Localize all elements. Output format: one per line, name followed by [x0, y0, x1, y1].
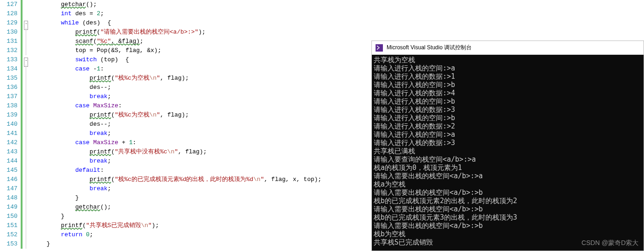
- change-marker: [21, 37, 23, 46]
- console-title: Microsoft Visual Studio 调试控制台: [387, 44, 472, 52]
- fold-cell: [23, 0, 30, 9]
- fold-column[interactable]: [23, 0, 30, 251]
- change-marker: [21, 92, 23, 101]
- line-number: 138: [0, 101, 17, 111]
- change-marker: [21, 184, 23, 193]
- code-line[interactable]: printf("请输入需要出栈的栈空间<a/b>:>");: [32, 28, 644, 37]
- change-marker: [21, 28, 23, 37]
- fold-cell: [23, 83, 30, 92]
- line-number: 131: [0, 37, 17, 46]
- line-number: 148: [0, 193, 17, 203]
- fold-cell: [23, 28, 30, 37]
- line-number: 134: [0, 64, 17, 74]
- fold-cell: [23, 46, 30, 55]
- line-number: 135: [0, 74, 17, 83]
- line-number: 143: [0, 147, 17, 157]
- change-marker: [21, 212, 23, 221]
- change-marker: [21, 193, 23, 203]
- code-line[interactable]: int des = 2;: [32, 9, 644, 18]
- change-marker: [21, 111, 23, 120]
- line-number-gutter: 1271281291301311321331341351361371381391…: [0, 0, 20, 251]
- change-marker: [21, 166, 23, 175]
- console-titlebar[interactable]: Microsoft Visual Studio 调试控制台: [372, 41, 644, 55]
- change-marker: [21, 0, 23, 9]
- line-number: 144: [0, 157, 17, 166]
- code-line[interactable]: getchar();: [32, 0, 644, 9]
- vs-icon: [376, 44, 383, 52]
- fold-cell: [23, 92, 30, 101]
- line-number: 147: [0, 184, 17, 193]
- fold-cell: [23, 120, 30, 129]
- fold-cell: [23, 166, 30, 175]
- fold-cell: [23, 193, 30, 203]
- console-output[interactable]: 共享栈为空栈 请输入进行入栈的空间:>a 请输入进行入栈的数据:>1 请输入进行…: [372, 55, 644, 251]
- fold-cell: [23, 129, 30, 138]
- fold-cell: [23, 9, 30, 18]
- line-number: 140: [0, 120, 17, 129]
- change-marker: [21, 74, 23, 83]
- line-number: 130: [0, 28, 17, 37]
- fold-cell: [23, 203, 30, 212]
- change-marker: [21, 55, 23, 64]
- line-number: 149: [0, 203, 17, 212]
- fold-cell: [23, 138, 30, 147]
- fold-cell: [23, 175, 30, 184]
- line-number: 136: [0, 83, 17, 92]
- fold-cell[interactable]: [23, 55, 30, 64]
- fold-cell: [23, 221, 30, 230]
- fold-cell: [23, 157, 30, 166]
- line-number: 127: [0, 0, 17, 9]
- change-marker: [21, 64, 23, 74]
- fold-cell: [23, 184, 30, 193]
- line-number: 152: [0, 230, 17, 239]
- change-marker: [21, 129, 23, 138]
- line-number: 133: [0, 55, 17, 64]
- change-marker: [21, 221, 23, 230]
- change-marker: [21, 83, 23, 92]
- line-number: 139: [0, 111, 17, 120]
- line-number: 132: [0, 46, 17, 55]
- fold-cell: [23, 212, 30, 221]
- fold-cell: [23, 37, 30, 46]
- change-marker: [21, 203, 23, 212]
- change-marker: [21, 239, 23, 249]
- change-marker: [21, 101, 23, 111]
- line-number: 146: [0, 175, 17, 184]
- line-number: 153: [0, 239, 17, 249]
- line-number: 142: [0, 138, 17, 147]
- fold-cell: [23, 230, 30, 239]
- change-marker: [21, 18, 23, 28]
- debug-console-window[interactable]: Microsoft Visual Studio 调试控制台 共享栈为空栈 请输入…: [371, 41, 644, 251]
- fold-cell: [23, 239, 30, 249]
- fold-cell: [23, 111, 30, 120]
- line-number: 137: [0, 92, 17, 101]
- line-number: 150: [0, 212, 17, 221]
- line-number: 128: [0, 9, 17, 18]
- code-line[interactable]: while (des) {: [32, 18, 644, 28]
- change-marker: [21, 46, 23, 55]
- change-marker: [21, 175, 23, 184]
- line-number: 145: [0, 166, 17, 175]
- line-number: 141: [0, 129, 17, 138]
- line-number: 151: [0, 221, 17, 230]
- fold-cell: [23, 74, 30, 83]
- change-marker: [21, 138, 23, 147]
- change-marker: [21, 9, 23, 18]
- change-marker: [21, 120, 23, 129]
- fold-cell: [23, 147, 30, 157]
- change-marker: [21, 147, 23, 157]
- fold-cell[interactable]: [23, 18, 30, 28]
- line-number: 129: [0, 18, 17, 28]
- fold-cell: [23, 64, 30, 74]
- change-marker: [21, 230, 23, 239]
- fold-cell: [23, 101, 30, 111]
- change-marker: [21, 157, 23, 166]
